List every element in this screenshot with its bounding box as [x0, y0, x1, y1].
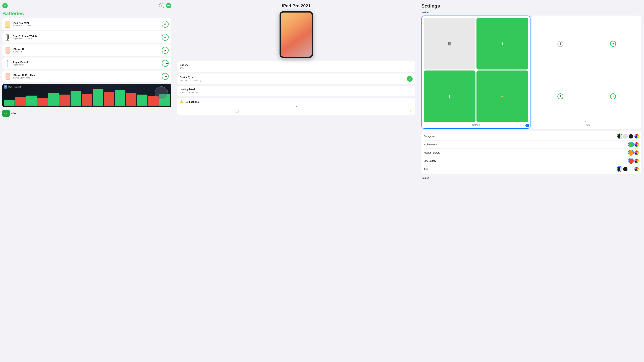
widget-cell-pencil: ⚡ [476, 70, 528, 122]
ipad-screen [281, 12, 312, 57]
battery-ring: 88 [161, 33, 169, 41]
notifications-slider-container: ⚡ [180, 109, 412, 112]
batteries-title: Batteries [2, 11, 171, 16]
swatch-half-dark-text[interactable] [617, 167, 622, 171]
last-updated-value: June 24, 11:14 AM [180, 91, 412, 94]
background-swatches [617, 134, 639, 139]
text-label: Text [424, 168, 428, 170]
battery-ring: 100 [161, 72, 169, 80]
bell-icon: 🔔 [180, 100, 183, 103]
rings-cell-1 [534, 18, 586, 69]
ipad-frame [280, 11, 313, 58]
color-row-high-battery: High Battery [424, 140, 639, 149]
list-item[interactable]: Craig's Apple Watch Apple Watch Series 6… [2, 31, 171, 43]
add-device-button[interactable]: + [2, 3, 8, 8]
device-type-card: Device Type iPad Pro 5 (12.9 inch) [177, 73, 415, 84]
svg-rect-19 [7, 60, 8, 61]
battery-percent: 88 [164, 36, 166, 38]
svg-rect-13 [7, 47, 8, 47]
svg-rect-6 [7, 35, 8, 39]
swatch-rainbow-low[interactable] [634, 159, 639, 163]
swatch-light-gray[interactable] [623, 134, 628, 139]
device-title: iPad Pro 2021 [177, 3, 415, 8]
device-type-label: Device Type [180, 76, 201, 78]
device-info: Apple Pencil Apple Pencil [13, 61, 159, 66]
colour-section-title: Colour [422, 176, 641, 179]
rings-cell-2 [587, 18, 639, 69]
medium-battery-label: Medium Battery [424, 151, 440, 154]
widget-cell-iphone [424, 70, 476, 122]
chart-simulation: M MSFT Microsoft [2, 84, 171, 107]
swatch-rainbow-high[interactable] [634, 142, 639, 147]
rings-cell-4: ✏️ [587, 70, 639, 122]
battery-card: Battery 73% [177, 61, 415, 72]
svg-rect-34 [449, 95, 450, 95]
widget-options: ⚡ Default ✓ [422, 15, 641, 129]
device-name: iPhone 12 [13, 48, 159, 50]
battery-value: 73% [180, 67, 412, 69]
swatch-dark[interactable] [628, 134, 633, 139]
ring-circle-gray [558, 41, 564, 47]
widget-option-default[interactable]: ⚡ Default [422, 15, 531, 129]
device-type-info: Device Type iPad Pro 5 (12.9 inch) [180, 76, 201, 82]
edit-button[interactable] [407, 76, 412, 82]
rings-widget-label: Rings [584, 124, 590, 126]
svg-marker-18 [7, 66, 8, 67]
swatch-dark-text[interactable] [623, 167, 628, 171]
battery-percent: 94 [164, 49, 166, 51]
list-item[interactable]: Apple Pencil Apple Pencil ⚡100 [2, 57, 171, 69]
device-type: iPhone 12 Pro Max [13, 77, 159, 79]
swatch-white-text[interactable] [628, 167, 633, 171]
bottom-app-item[interactable]: e⚡ eToro [2, 109, 171, 118]
info-cards: Battery 73% Device Type iPad Pro 5 (12.9… [177, 61, 415, 115]
promo-banner[interactable]: M MSFT Microsoft [2, 84, 171, 107]
notifications-title: Notifications [184, 101, 199, 103]
color-row-background: Background [424, 132, 639, 140]
list-item[interactable]: iPad Pro 2021 iPad Pro 5 (12.9 inch) 73 [2, 18, 171, 30]
high-battery-swatches [628, 142, 639, 147]
more-options-button[interactable]: ••• [166, 3, 171, 8]
swatch-green[interactable] [628, 142, 633, 147]
swatch-rainbow-bg[interactable] [634, 134, 639, 139]
widget-section-label: Widget [422, 11, 641, 14]
swatch-rainbow-medium[interactable] [634, 150, 639, 155]
svg-rect-37 [612, 43, 614, 45]
selected-checkmark: ✓ [526, 124, 529, 127]
device-type: Apple Pencil [13, 64, 159, 66]
device-icon-iphone-pro [5, 73, 11, 80]
swatch-red[interactable] [628, 159, 633, 163]
left-panel: + ⇅ ••• Batteries iPad Pro 2021 iPad Pro… [0, 0, 174, 362]
list-item[interactable]: iPhone 12 Pro Max iPhone 12 Pro Max 100 [2, 70, 171, 82]
notifications-count: 25 [180, 105, 412, 108]
right-panel: Settings Widget [419, 0, 644, 362]
widget-cell-watch [476, 18, 528, 69]
ring-circle-green-iphone: ⚡ [558, 93, 564, 99]
widget-cell-ipad [424, 18, 476, 69]
notifications-card: 🔔 Notifications 25 ⚡ [177, 98, 415, 115]
swatch-half-dark[interactable] [617, 134, 622, 139]
medium-battery-swatches [628, 150, 639, 155]
svg-rect-1 [5, 21, 10, 27]
list-item[interactable]: iPhone 12 iPhone 12 94 [2, 44, 171, 56]
swatch-orange[interactable] [628, 150, 633, 155]
widget-option-rings-wrapper: ⚡ ✏️ Rings [532, 15, 641, 129]
notifications-slider[interactable] [180, 111, 408, 111]
device-icon-ipad [5, 20, 11, 28]
high-battery-label: High Battery [424, 143, 437, 146]
device-info: iPhone 12 Pro Max iPhone 12 Pro Max [13, 74, 159, 79]
default-widget-grid: ⚡ [424, 18, 528, 122]
widget-option-rings[interactable]: ⚡ ✏️ Rings [532, 15, 641, 129]
last-updated-label: Last Updated [180, 88, 412, 91]
svg-point-2 [8, 27, 8, 28]
battery-percent: ⚡100 [163, 62, 168, 64]
device-type-header: Device Type iPad Pro 5 (12.9 inch) [180, 76, 412, 82]
svg-point-25 [8, 79, 8, 80]
battery-percent: 100 [164, 75, 167, 77]
device-list: iPad Pro 2021 iPad Pro 5 (12.9 inch) 73 [2, 18, 171, 82]
sort-button[interactable]: ⇅ [159, 3, 164, 8]
battery-ring: 73 [161, 20, 169, 28]
swatch-rainbow-text[interactable] [634, 167, 639, 171]
svg-point-14 [8, 53, 8, 54]
battery-ring: ⚡100 [161, 59, 169, 67]
slider-thumb[interactable] [235, 109, 239, 113]
